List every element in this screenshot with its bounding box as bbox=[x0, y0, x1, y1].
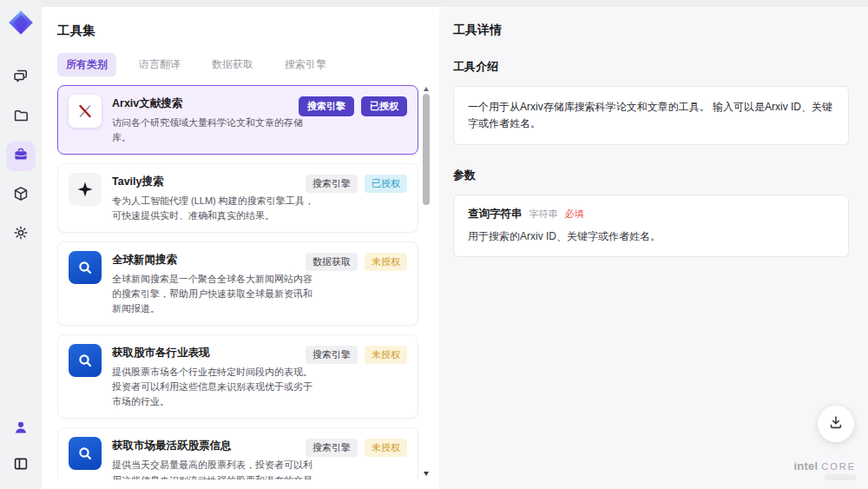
tool-tags: 搜索引擎未授权 bbox=[306, 439, 407, 457]
intro-heading: 工具介绍 bbox=[453, 59, 849, 75]
tool-card-body: 全球新闻搜索全球新闻搜索是一个聚合全球各大新闻网站内容的搜索引擎，帮助用户快速获… bbox=[112, 251, 319, 316]
download-icon bbox=[827, 413, 845, 434]
scrollbar bbox=[423, 87, 431, 476]
tools-panel: 工具集 所有类别语言翻译数据获取搜索引擎 Arxiv文献搜索访问各个研究领域大量… bbox=[42, 7, 432, 489]
tool-card[interactable]: Arxiv文献搜索访问各个研究领域大量科学论文和文章的存储库。搜索引擎已授权 bbox=[57, 85, 418, 155]
tool-card-body: Arxiv文献搜索访问各个研究领域大量科学论文和文章的存储库。 bbox=[112, 95, 319, 145]
tool-description: 提供股票市场各个行业在特定时间段内的表现。投资者可以利用这些信息来识别表现优于或… bbox=[112, 365, 319, 409]
gear-icon bbox=[12, 224, 30, 245]
parameter-type: 字符串 bbox=[529, 208, 558, 221]
category-tab[interactable]: 搜索引擎 bbox=[276, 53, 335, 76]
category-tag: 搜索引擎 bbox=[306, 175, 358, 193]
category-tabs: 所有类别语言翻译数据获取搜索引擎 bbox=[57, 53, 432, 76]
tool-name: 全球新闻搜索 bbox=[112, 253, 319, 268]
stock-search-icon bbox=[69, 437, 102, 470]
sidebar-item-account[interactable] bbox=[6, 414, 36, 444]
category-tag: 搜索引擎 bbox=[299, 96, 354, 116]
category-tab[interactable]: 语言翻译 bbox=[130, 53, 189, 76]
app-logo-icon bbox=[8, 10, 34, 36]
brand-series: CORE bbox=[821, 461, 856, 472]
params-heading: 参数 bbox=[453, 168, 849, 183]
required-badge: 必填 bbox=[565, 208, 584, 221]
auth-status-badge: 未授权 bbox=[365, 346, 407, 364]
tool-card-body: Tavily搜索专为人工智能代理 (LLM) 构建的搜索引擎工具，可快速提供实时… bbox=[112, 173, 319, 223]
category-tab[interactable]: 所有类别 bbox=[57, 53, 116, 76]
intel-core-logo: intel CORE bbox=[793, 459, 856, 480]
tool-tags: 数据获取未授权 bbox=[306, 253, 407, 271]
news-search-icon bbox=[69, 251, 102, 284]
tool-name: 获取股市各行业表现 bbox=[112, 346, 319, 360]
tool-name: Arxiv文献搜索 bbox=[112, 96, 319, 111]
scroll-up-arrow[interactable] bbox=[424, 87, 429, 91]
tool-list: Arxiv文献搜索访问各个研究领域大量科学论文和文章的存储库。搜索引擎已授权Ta… bbox=[57, 85, 432, 479]
stock-search-icon bbox=[69, 344, 102, 377]
tool-tags: 搜索引擎未授权 bbox=[306, 346, 407, 364]
user-icon bbox=[12, 419, 30, 439]
cube-icon bbox=[12, 185, 30, 206]
parameter-description: 用于搜索的Arxiv ID、关键字或作者姓名。 bbox=[468, 229, 834, 244]
sidebar-bottom bbox=[6, 414, 36, 480]
parameter-item: 查询字符串 字符串 必填 用于搜索的Arxiv ID、关键字或作者姓名。 bbox=[453, 195, 849, 257]
tool-description: 全球新闻搜索是一个聚合全球各大新闻网站内容的搜索引擎，帮助用户快速获取全球最新资… bbox=[112, 272, 319, 316]
tool-card[interactable]: Tavily搜索专为人工智能代理 (LLM) 构建的搜索引擎工具，可快速提供实时… bbox=[57, 163, 418, 233]
sidebar-item-files[interactable] bbox=[6, 102, 36, 132]
auth-status-badge: 未授权 bbox=[365, 439, 407, 457]
category-tag: 搜索引擎 bbox=[306, 439, 358, 457]
tool-card[interactable]: 获取股市各行业表现提供股票市场各个行业在特定时间段内的表现。投资者可以利用这些信… bbox=[57, 334, 418, 419]
tool-description: 访问各个研究领域大量科学论文和文章的存储库。 bbox=[112, 116, 319, 145]
sidebar-item-models[interactable] bbox=[6, 181, 36, 210]
tool-card-body: 获取市场最活跃股票信息提供当天交易量最高的股票列表，投资者可以利用这些信息来识别… bbox=[112, 437, 319, 479]
tool-card-body: 获取股市各行业表现提供股票市场各个行业在特定时间段内的表现。投资者可以利用这些信… bbox=[112, 344, 319, 409]
main-content: 工具集 所有类别语言翻译数据获取搜索引擎 Arxiv文献搜索访问各个研究领域大量… bbox=[42, 7, 868, 489]
tool-intro-text: 一个用于从Arxiv存储库搜索科学论文和文章的工具。 输入可以是Arxiv ID… bbox=[453, 86, 849, 145]
arxiv-icon bbox=[69, 95, 102, 128]
auth-status-badge: 已授权 bbox=[365, 175, 407, 193]
app-window: 工具集 所有类别语言翻译数据获取搜索引擎 Arxiv文献搜索访问各个研究领域大量… bbox=[0, 0, 868, 489]
icon-sidebar bbox=[0, 0, 42, 489]
sidebar-item-collapse[interactable] bbox=[6, 451, 36, 480]
tool-card[interactable]: 获取市场最活跃股票信息提供当天交易量最高的股票列表，投资者可以利用这些信息来识别… bbox=[57, 427, 418, 479]
tool-tags: 搜索引擎已授权 bbox=[306, 175, 407, 193]
sidebar-nav bbox=[6, 63, 36, 249]
parameter-header: 查询字符串 字符串 必填 bbox=[468, 207, 834, 221]
category-tab[interactable]: 数据获取 bbox=[203, 53, 262, 76]
layout-panels-icon bbox=[12, 455, 30, 476]
folder-icon bbox=[12, 107, 30, 128]
brand-badge bbox=[825, 474, 856, 480]
category-tag: 搜索引擎 bbox=[306, 346, 358, 364]
details-title: 工具详情 bbox=[453, 23, 849, 38]
page-title: 工具集 bbox=[57, 23, 432, 39]
sidebar-item-tools[interactable] bbox=[6, 142, 36, 171]
tool-tags: 搜索引擎已授权 bbox=[299, 96, 407, 116]
toolbox-icon bbox=[12, 146, 30, 167]
panel-divider bbox=[432, 7, 439, 489]
auth-status-badge: 已授权 bbox=[361, 96, 407, 116]
category-tag: 数据获取 bbox=[306, 253, 358, 271]
chat-icon bbox=[12, 68, 30, 89]
parameter-name: 查询字符串 bbox=[468, 207, 523, 221]
download-button[interactable] bbox=[818, 406, 854, 442]
brand-name: intel bbox=[793, 459, 818, 472]
tool-description: 专为人工智能代理 (LLM) 构建的搜索引擎工具，可快速提供实时、准确和真实的结… bbox=[112, 194, 319, 223]
scroll-down-arrow[interactable] bbox=[424, 472, 429, 476]
tool-card[interactable]: 全球新闻搜索全球新闻搜索是一个聚合全球各大新闻网站内容的搜索引擎，帮助用户快速获… bbox=[57, 241, 418, 326]
tool-name: Tavily搜索 bbox=[112, 175, 319, 189]
auth-status-badge: 未授权 bbox=[365, 253, 407, 271]
tool-details-panel: 工具详情 工具介绍 一个用于从Arxiv存储库搜索科学论文和文章的工具。 输入可… bbox=[439, 7, 868, 489]
tool-description: 提供当天交易量最高的股票列表，投资者可以利用这些信息来识别流动性强的股票和潜在的… bbox=[112, 458, 319, 479]
scrollbar-thumb[interactable] bbox=[423, 94, 430, 205]
sidebar-item-chat[interactable] bbox=[6, 63, 36, 93]
tool-name: 获取市场最活跃股票信息 bbox=[112, 439, 319, 453]
sidebar-item-settings[interactable] bbox=[6, 220, 36, 249]
tavily-icon bbox=[69, 173, 102, 206]
